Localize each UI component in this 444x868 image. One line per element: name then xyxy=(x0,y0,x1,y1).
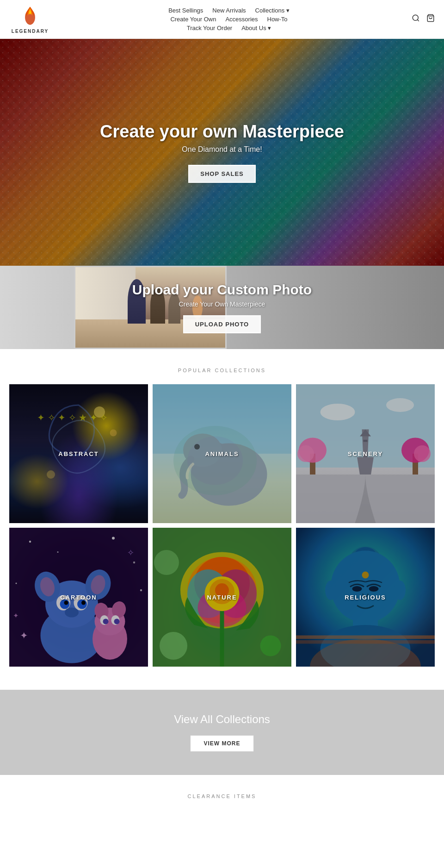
clearance-label: CLEARANCE ITEMS xyxy=(9,793,435,799)
custom-photo-subtitle: Create Your Own Masterpiece xyxy=(132,300,312,308)
collection-abstract-overlay: ABSTRACT xyxy=(9,384,148,523)
custom-photo-content: Upload your Custom Photo Create Your Own… xyxy=(132,282,312,333)
upload-photo-button[interactable]: UPLOAD PHOTO xyxy=(183,315,261,333)
collections-grid: ABSTRACT xyxy=(9,384,435,667)
collection-scenery-label: SCENERY xyxy=(348,450,383,457)
collections-section: POPULAR COLLECTIONS ABSTRACT xyxy=(0,349,444,676)
collection-abstract-label: ABSTRACT xyxy=(58,450,99,457)
hero-subtitle: One Diamond at a Time! xyxy=(100,145,344,154)
nav-new-arrivals[interactable]: New Arrivals xyxy=(212,7,246,14)
search-icon xyxy=(412,14,420,22)
collection-card-animals[interactable]: ANIMALS xyxy=(153,384,291,523)
nav-create-your-own[interactable]: Create Your Own xyxy=(170,16,216,23)
collection-scenery-overlay: SCENERY xyxy=(296,384,435,523)
hero-title: Create your own Masterpiece xyxy=(100,122,344,142)
nav-row-2: Create Your Own Accessories How-To xyxy=(170,16,287,23)
hero-section: Create your own Masterpiece One Diamond … xyxy=(0,39,444,266)
site-header: LEGENDARY Best Sellings New Arrivals Col… xyxy=(0,0,444,39)
nav-collections[interactable]: Collections ▾ xyxy=(255,7,290,14)
svg-line-2 xyxy=(417,19,419,21)
nav-track-order[interactable]: Track Your Order xyxy=(187,25,233,31)
collection-card-religious[interactable]: RELIGIOUS xyxy=(296,528,435,667)
collection-card-scenery[interactable]: SCENERY xyxy=(296,384,435,523)
collection-animals-overlay: ANIMALS xyxy=(153,384,291,523)
collection-card-nature[interactable]: NATURE xyxy=(153,528,291,667)
custom-photo-section: Upload your Custom Photo Create Your Own… xyxy=(0,266,444,349)
header-icons xyxy=(407,14,435,25)
collection-nature-label: NATURE xyxy=(207,594,237,601)
view-more-button[interactable]: VIEW MORE xyxy=(190,735,253,752)
logo-text: LEGENDARY xyxy=(12,29,49,34)
custom-photo-title: Upload your Custom Photo xyxy=(132,282,312,298)
svg-point-1 xyxy=(413,15,418,20)
nav-accessories[interactable]: Accessories xyxy=(225,16,258,23)
cart-button[interactable] xyxy=(426,14,435,25)
collection-card-cartoon[interactable]: ✦ ✧ ✦ CARTOON xyxy=(9,528,148,667)
collections-section-label: POPULAR COLLECTIONS xyxy=(9,368,435,373)
nav-row-1: Best Sellings New Arrivals Collections ▾ xyxy=(168,7,290,14)
nav-best-sellings[interactable]: Best Sellings xyxy=(168,7,203,14)
collection-animals-label: ANIMALS xyxy=(205,450,239,457)
clearance-section: CLEARANCE ITEMS xyxy=(0,775,444,808)
collection-cartoon-label: CARTOON xyxy=(60,594,97,601)
logo-icon xyxy=(18,5,42,28)
view-all-section: View All Collections VIEW MORE xyxy=(0,690,444,775)
nav-how-to[interactable]: How-To xyxy=(267,16,288,23)
nav-row-3: Track Your Order About Us ▾ xyxy=(187,25,271,31)
collection-card-abstract[interactable]: ABSTRACT xyxy=(9,384,148,523)
collection-cartoon-overlay: CARTOON xyxy=(9,528,148,667)
cart-icon xyxy=(426,14,435,22)
search-button[interactable] xyxy=(412,14,420,25)
shop-sales-button[interactable]: SHOP SALES xyxy=(188,165,256,183)
collection-nature-overlay: NATURE xyxy=(153,528,291,667)
hero-content: Create your own Masterpiece One Diamond … xyxy=(100,122,344,183)
collection-religious-label: RELIGIOUS xyxy=(345,594,386,601)
nav-about-us[interactable]: About Us ▾ xyxy=(241,25,271,31)
main-nav: Best Sellings New Arrivals Collections ▾… xyxy=(51,7,407,31)
logo-area[interactable]: LEGENDARY xyxy=(9,5,51,34)
collection-religious-overlay: RELIGIOUS xyxy=(296,528,435,667)
view-all-title: View All Collections xyxy=(9,713,435,726)
